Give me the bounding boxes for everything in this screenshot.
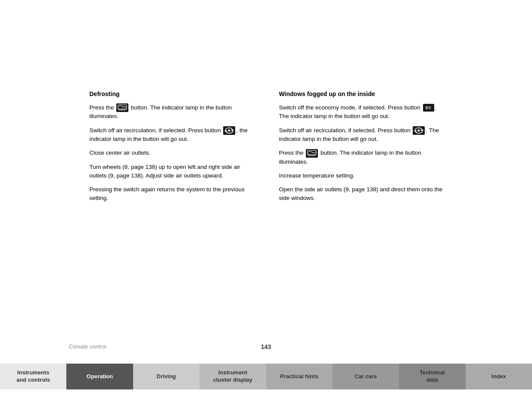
- nav-item-driving[interactable]: Driving: [133, 364, 199, 389]
- svg-marker-10: [414, 131, 417, 132]
- page-content: Defrosting Press the button. The indicat…: [0, 0, 532, 411]
- nav-item-practical[interactable]: Practical hints: [266, 364, 333, 389]
- defrost-icon-2: [306, 149, 318, 158]
- nav-label-car-care: Car care: [355, 373, 377, 380]
- nav-bar: Instrumentsand controls Operation Drivin…: [0, 364, 532, 389]
- page-number: 143: [261, 343, 271, 350]
- chapter-label: Climate control: [69, 343, 106, 350]
- nav-item-operation[interactable]: Operation: [66, 364, 133, 389]
- nav-item-index[interactable]: Index: [466, 364, 532, 389]
- main-area: Defrosting Press the button. The indicat…: [0, 0, 532, 221]
- defrosting-title: Defrosting: [90, 90, 253, 97]
- nav-label-index: Index: [492, 373, 506, 380]
- nav-label-instrument-cluster: Instrumentcluster display: [213, 369, 252, 384]
- defrosting-para-5: Pressing the switch again returns the sy…: [90, 185, 253, 203]
- nav-label-practical: Practical hints: [280, 373, 318, 380]
- nav-item-instruments[interactable]: Instrumentsand controls: [0, 364, 66, 389]
- recirc-icon-2: [413, 126, 425, 135]
- svg-marker-7: [224, 131, 228, 132]
- nav-label-technical: Technicaldata: [420, 369, 445, 384]
- svg-marker-6: [231, 129, 234, 131]
- nav-item-instrument-cluster[interactable]: Instrumentcluster display: [199, 364, 266, 389]
- defrosting-para-4: Turn wheels (8, page 138) up to open lef…: [90, 163, 253, 181]
- defrost-icon-1: [116, 103, 128, 112]
- fogged-para-4: Increase temperature setting.: [279, 171, 443, 180]
- nav-item-car-care[interactable]: Car care: [333, 364, 399, 389]
- fogged-title: Windows fogged up on the inside: [279, 90, 443, 97]
- nav-label-instruments: Instrumentsand controls: [16, 369, 50, 384]
- fogged-para-5: Open the side air outlets (9, page 138) …: [279, 185, 443, 203]
- svg-point-8: [228, 130, 230, 132]
- nav-label-driving: Driving: [157, 373, 176, 380]
- nav-item-technical[interactable]: Technicaldata: [399, 364, 465, 389]
- fogged-para-1: Switch off the economy mode, if selected…: [279, 103, 443, 121]
- fogged-para-2: Switch off air recirculation, if selecte…: [279, 126, 443, 144]
- left-column: Defrosting Press the button. The indicat…: [90, 90, 253, 208]
- defrosting-para-2: Switch off air recirculation, if selecte…: [90, 126, 253, 144]
- svg-point-11: [418, 129, 420, 131]
- ec-icon: EC: [423, 104, 434, 112]
- defrosting-para-1: Press the button. The indicator lamp in …: [90, 103, 253, 121]
- recirc-icon-1: [223, 126, 235, 135]
- defrosting-para-3: Close center air outlets.: [90, 149, 253, 157]
- footer-area: Climate control 143: [0, 340, 532, 355]
- svg-marker-9: [420, 129, 424, 131]
- nav-label-operation: Operation: [87, 373, 113, 380]
- fogged-para-3: Press the button. The indicator lamp in …: [279, 149, 443, 166]
- right-column: Windows fogged up on the inside Switch o…: [279, 90, 443, 208]
